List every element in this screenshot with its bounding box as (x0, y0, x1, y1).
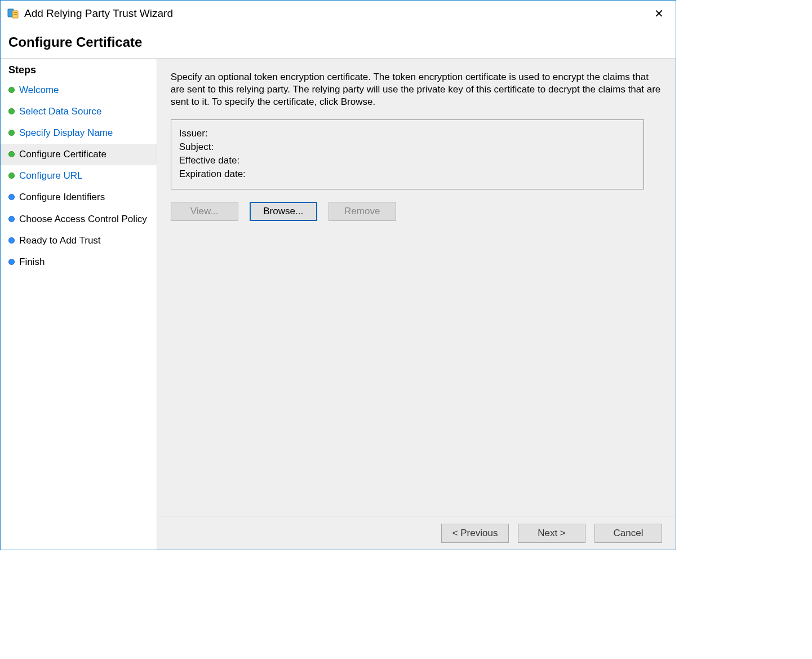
step-welcome[interactable]: Welcome (1, 79, 157, 101)
svg-rect-3 (14, 14, 17, 15)
step-done-icon (8, 173, 15, 179)
step-label: Choose Access Control Policy (19, 213, 147, 225)
step-todo-icon (8, 237, 15, 244)
view-button: View... (171, 202, 238, 221)
step-current-icon (8, 151, 15, 157)
wizard-footer: < Previous Next > Cancel (157, 516, 676, 550)
step-label: Specify Display Name (19, 127, 113, 139)
step-finish[interactable]: Finish (1, 251, 157, 273)
previous-button[interactable]: < Previous (441, 524, 509, 543)
step-configure-identifiers[interactable]: Configure Identifiers (1, 187, 157, 208)
cert-effective-label: Effective date: (179, 155, 239, 166)
step-label: Configure Identifiers (19, 191, 105, 204)
cert-subject-label: Subject: (179, 141, 214, 153)
cert-expiration-label: Expiration date: (179, 169, 246, 180)
cert-issuer-label: Issuer: (179, 128, 208, 139)
next-button[interactable]: Next > (518, 524, 585, 543)
page-heading-row: Configure Certificate (1, 25, 676, 58)
step-label: Configure URL (19, 170, 82, 182)
step-configure-certificate[interactable]: Configure Certificate (1, 144, 157, 165)
step-todo-icon (8, 259, 15, 265)
main-content: Specify an optional token encryption cer… (157, 59, 676, 516)
titlebar: Add Relying Party Trust Wizard ✕ (1, 1, 676, 25)
close-icon[interactable]: ✕ (647, 5, 670, 22)
wizard-app-icon (6, 7, 20, 20)
certificate-details-box: Issuer: Subject: Effective date: Expirat… (171, 120, 644, 189)
cert-button-row: View... Browse... Remove (171, 202, 662, 221)
step-todo-icon (8, 216, 15, 222)
step-done-icon (8, 87, 15, 93)
cert-subject-value (218, 141, 636, 153)
step-todo-icon (8, 194, 15, 200)
step-choose-access-control-policy[interactable]: Choose Access Control Policy (1, 209, 157, 230)
window-title: Add Relying Party Trust Wizard (24, 7, 173, 20)
wizard-window: Add Relying Party Trust Wizard ✕ Configu… (0, 0, 676, 550)
cert-issuer-value (212, 128, 636, 139)
cancel-button[interactable]: Cancel (594, 524, 662, 543)
step-done-icon (8, 108, 15, 114)
step-label: Ready to Add Trust (19, 235, 101, 247)
steps-sidebar: Steps Welcome Select Data Source Specify… (1, 59, 157, 550)
step-configure-url[interactable]: Configure URL (1, 165, 157, 187)
step-label: Finish (19, 256, 45, 268)
svg-rect-2 (14, 12, 17, 13)
description-text: Specify an optional token encryption cer… (171, 71, 662, 108)
step-specify-display-name[interactable]: Specify Display Name (1, 122, 157, 144)
step-label: Welcome (19, 84, 59, 96)
cert-effective-value (244, 155, 636, 166)
step-select-data-source[interactable]: Select Data Source (1, 101, 157, 122)
step-label: Configure Certificate (19, 148, 107, 161)
step-ready-to-add-trust[interactable]: Ready to Add Trust (1, 230, 157, 251)
steps-heading: Steps (1, 64, 157, 79)
remove-button: Remove (329, 202, 396, 221)
main-pane: Specify an optional token encryption cer… (157, 59, 676, 550)
step-label: Select Data Source (19, 105, 101, 118)
body-split: Steps Welcome Select Data Source Specify… (1, 58, 676, 550)
browse-button[interactable]: Browse... (250, 202, 317, 221)
page-title: Configure Certificate (8, 34, 668, 50)
cert-expiration-value (250, 169, 636, 180)
step-done-icon (8, 130, 15, 136)
